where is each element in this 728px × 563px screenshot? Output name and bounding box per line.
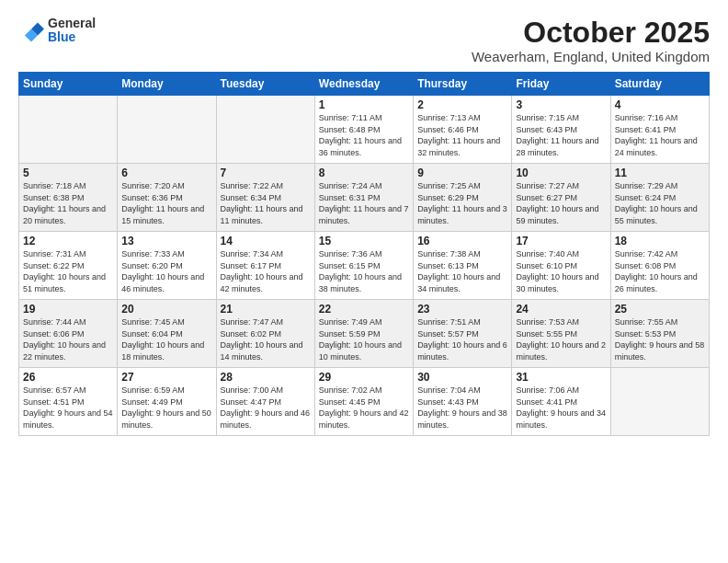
day-info: Sunrise: 7:18 AMSunset: 6:38 PMDaylight:…: [23, 180, 113, 226]
day-info: Sunrise: 7:02 AMSunset: 4:45 PMDaylight:…: [319, 385, 409, 431]
day-info: Sunrise: 6:59 AMSunset: 4:49 PMDaylight:…: [121, 385, 211, 431]
page: General Blue October 2025 Weaverham, Eng…: [0, 0, 728, 563]
calendar: SundayMondayTuesdayWednesdayThursdayFrid…: [18, 72, 710, 436]
day-cell-6: 6Sunrise: 7:20 AMSunset: 6:36 PMDaylight…: [118, 164, 216, 232]
day-cell-empty: [118, 96, 216, 164]
day-cell-16: 16Sunrise: 7:38 AMSunset: 6:13 PMDayligh…: [414, 232, 512, 300]
day-number: 25: [615, 303, 705, 316]
day-cell-17: 17Sunrise: 7:40 AMSunset: 6:10 PMDayligh…: [512, 232, 610, 300]
day-info: Sunrise: 7:40 AMSunset: 6:10 PMDaylight:…: [516, 248, 606, 294]
day-number: 4: [615, 98, 705, 111]
subtitle: Weaverham, England, United Kingdom: [472, 49, 710, 64]
day-cell-13: 13Sunrise: 7:33 AMSunset: 6:20 PMDayligh…: [118, 232, 216, 300]
logo-icon: [18, 17, 44, 43]
day-number: 24: [516, 303, 606, 316]
day-info: Sunrise: 7:00 AMSunset: 4:47 PMDaylight:…: [221, 385, 311, 431]
logo-text: General Blue: [48, 17, 96, 45]
day-cell-1: 1Sunrise: 7:11 AMSunset: 6:48 PMDaylight…: [314, 96, 413, 164]
day-cell-empty: [216, 96, 314, 164]
weekday-header-row: SundayMondayTuesdayWednesdayThursdayFrid…: [19, 73, 710, 96]
day-info: Sunrise: 7:55 AMSunset: 5:53 PMDaylight:…: [615, 316, 705, 362]
day-number: 16: [417, 235, 507, 247]
day-number: 10: [516, 167, 606, 179]
day-cell-30: 30Sunrise: 7:04 AMSunset: 4:43 PMDayligh…: [414, 368, 512, 436]
day-number: 9: [417, 167, 507, 179]
day-info: Sunrise: 7:47 AMSunset: 6:02 PMDaylight:…: [221, 316, 311, 362]
day-cell-8: 8Sunrise: 7:24 AMSunset: 6:31 PMDaylight…: [314, 164, 413, 232]
day-cell-25: 25Sunrise: 7:55 AMSunset: 5:53 PMDayligh…: [610, 300, 709, 368]
day-number: 26: [23, 371, 113, 384]
day-number: 5: [23, 167, 113, 179]
day-cell-19: 19Sunrise: 7:44 AMSunset: 6:06 PMDayligh…: [19, 300, 118, 368]
day-number: 3: [516, 98, 606, 111]
day-number: 11: [615, 167, 705, 179]
day-cell-18: 18Sunrise: 7:42 AMSunset: 6:08 PMDayligh…: [610, 232, 709, 300]
week-row-2: 12Sunrise: 7:31 AMSunset: 6:22 PMDayligh…: [19, 232, 710, 300]
day-info: Sunrise: 7:11 AMSunset: 6:48 PMDaylight:…: [319, 112, 409, 158]
day-info: Sunrise: 7:15 AMSunset: 6:43 PMDaylight:…: [516, 112, 606, 158]
week-row-3: 19Sunrise: 7:44 AMSunset: 6:06 PMDayligh…: [19, 300, 710, 368]
day-info: Sunrise: 7:24 AMSunset: 6:31 PMDaylight:…: [319, 180, 409, 226]
day-cell-9: 9Sunrise: 7:25 AMSunset: 6:29 PMDaylight…: [414, 164, 512, 232]
day-cell-22: 22Sunrise: 7:49 AMSunset: 5:59 PMDayligh…: [314, 300, 413, 368]
day-info: Sunrise: 7:06 AMSunset: 4:41 PMDaylight:…: [516, 385, 606, 431]
day-cell-14: 14Sunrise: 7:34 AMSunset: 6:17 PMDayligh…: [216, 232, 314, 300]
day-cell-15: 15Sunrise: 7:36 AMSunset: 6:15 PMDayligh…: [314, 232, 413, 300]
day-number: 14: [221, 235, 311, 247]
week-row-0: 1Sunrise: 7:11 AMSunset: 6:48 PMDaylight…: [19, 96, 710, 164]
day-info: Sunrise: 7:49 AMSunset: 5:59 PMDaylight:…: [319, 316, 409, 362]
day-info: Sunrise: 7:13 AMSunset: 6:46 PMDaylight:…: [417, 112, 507, 158]
day-info: Sunrise: 7:36 AMSunset: 6:15 PMDaylight:…: [319, 248, 409, 294]
weekday-header-wednesday: Wednesday: [314, 73, 413, 96]
day-cell-empty: [19, 96, 118, 164]
logo-blue: Blue: [48, 30, 96, 44]
weekday-header-sunday: Sunday: [19, 73, 118, 96]
day-info: Sunrise: 7:04 AMSunset: 4:43 PMDaylight:…: [417, 385, 507, 431]
day-number: 21: [221, 303, 311, 316]
day-cell-10: 10Sunrise: 7:27 AMSunset: 6:27 PMDayligh…: [512, 164, 610, 232]
day-number: 27: [121, 371, 211, 384]
day-number: 23: [417, 303, 507, 316]
day-info: Sunrise: 7:29 AMSunset: 6:24 PMDaylight:…: [615, 180, 705, 226]
day-cell-2: 2Sunrise: 7:13 AMSunset: 6:46 PMDaylight…: [414, 96, 512, 164]
weekday-header-tuesday: Tuesday: [216, 73, 314, 96]
day-number: 19: [23, 303, 113, 316]
day-info: Sunrise: 7:34 AMSunset: 6:17 PMDaylight:…: [221, 248, 311, 294]
day-cell-5: 5Sunrise: 7:18 AMSunset: 6:38 PMDaylight…: [19, 164, 118, 232]
day-cell-empty: [610, 368, 709, 436]
logo: General Blue: [18, 17, 96, 45]
day-info: Sunrise: 7:16 AMSunset: 6:41 PMDaylight:…: [615, 112, 705, 158]
day-info: Sunrise: 7:20 AMSunset: 6:36 PMDaylight:…: [121, 180, 211, 226]
weekday-header-thursday: Thursday: [414, 73, 512, 96]
day-cell-12: 12Sunrise: 7:31 AMSunset: 6:22 PMDayligh…: [19, 232, 118, 300]
logo-general: General: [48, 17, 96, 30]
week-row-1: 5Sunrise: 7:18 AMSunset: 6:38 PMDaylight…: [19, 164, 710, 232]
day-info: Sunrise: 7:51 AMSunset: 5:57 PMDaylight:…: [417, 316, 507, 362]
day-cell-28: 28Sunrise: 7:00 AMSunset: 4:47 PMDayligh…: [216, 368, 314, 436]
day-cell-31: 31Sunrise: 7:06 AMSunset: 4:41 PMDayligh…: [512, 368, 610, 436]
title-block: October 2025 Weaverham, England, United …: [472, 17, 710, 64]
day-number: 13: [121, 235, 211, 247]
day-info: Sunrise: 6:57 AMSunset: 4:51 PMDaylight:…: [23, 385, 113, 431]
day-info: Sunrise: 7:33 AMSunset: 6:20 PMDaylight:…: [121, 248, 211, 294]
day-number: 6: [121, 167, 211, 179]
day-cell-24: 24Sunrise: 7:53 AMSunset: 5:55 PMDayligh…: [512, 300, 610, 368]
day-cell-26: 26Sunrise: 6:57 AMSunset: 4:51 PMDayligh…: [19, 368, 118, 436]
day-cell-29: 29Sunrise: 7:02 AMSunset: 4:45 PMDayligh…: [314, 368, 413, 436]
day-info: Sunrise: 7:38 AMSunset: 6:13 PMDaylight:…: [417, 248, 507, 294]
day-cell-23: 23Sunrise: 7:51 AMSunset: 5:57 PMDayligh…: [414, 300, 512, 368]
day-number: 17: [516, 235, 606, 247]
day-number: 1: [319, 98, 409, 111]
day-cell-11: 11Sunrise: 7:29 AMSunset: 6:24 PMDayligh…: [610, 164, 709, 232]
day-number: 2: [417, 98, 507, 111]
day-number: 15: [319, 235, 409, 247]
day-cell-21: 21Sunrise: 7:47 AMSunset: 6:02 PMDayligh…: [216, 300, 314, 368]
day-info: Sunrise: 7:42 AMSunset: 6:08 PMDaylight:…: [615, 248, 705, 294]
day-number: 18: [615, 235, 705, 247]
weekday-header-friday: Friday: [512, 73, 610, 96]
day-info: Sunrise: 7:45 AMSunset: 6:04 PMDaylight:…: [121, 316, 211, 362]
day-number: 8: [319, 167, 409, 179]
day-cell-3: 3Sunrise: 7:15 AMSunset: 6:43 PMDaylight…: [512, 96, 610, 164]
day-number: 22: [319, 303, 409, 316]
day-cell-4: 4Sunrise: 7:16 AMSunset: 6:41 PMDaylight…: [610, 96, 709, 164]
